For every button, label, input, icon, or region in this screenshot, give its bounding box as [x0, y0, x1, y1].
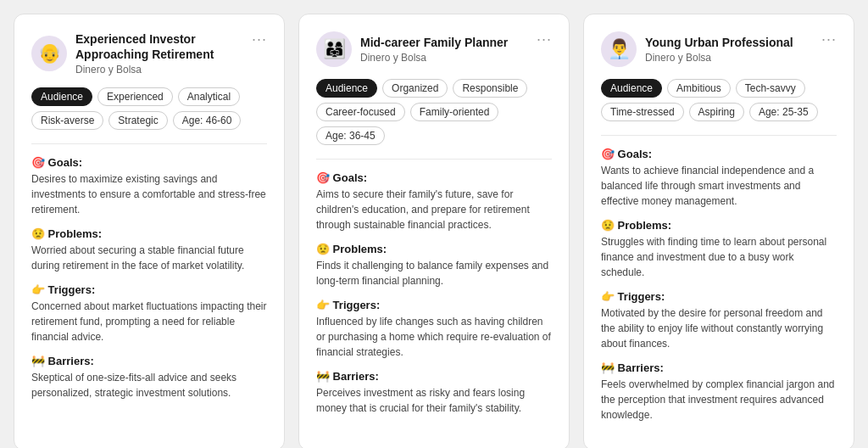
tag-3[interactable]: Career-focused	[316, 103, 405, 121]
section-body: Skeptical of one-size-fits-all advice an…	[31, 370, 267, 400]
tag-5[interactable]: Age: 36-45	[316, 126, 385, 145]
section-0: 🎯 Goals:Wants to achieve financial indep…	[601, 148, 837, 209]
section-body: Wants to achieve financial independence …	[601, 163, 837, 209]
card-header: 👨‍💼Young Urban ProfessionalDinero y Bols…	[601, 31, 837, 67]
section-body: Finds it challenging to balance family e…	[316, 258, 552, 288]
section-body: Aims to secure their family's future, sa…	[316, 187, 552, 232]
tag-3[interactable]: Time-stressed	[601, 103, 684, 121]
card-subtitle: Dinero y Bolsa	[360, 52, 508, 64]
card-title-block: Mid-career Family PlannerDinero y Bolsa	[360, 35, 508, 64]
divider	[31, 143, 267, 144]
section-title: 😟 Problems:	[316, 243, 552, 255]
section-title: 🎯 Goals:	[316, 171, 552, 184]
tag-0[interactable]: Audience	[316, 79, 377, 98]
card-title: Experienced Investor Approaching Retirem…	[75, 31, 252, 62]
section-3: 🚧 Barriers:Feels overwhelmed by complex …	[601, 361, 837, 423]
card-header-left: 👨‍👩‍👧Mid-career Family PlannerDinero y B…	[316, 31, 508, 67]
cards-container: 👴Experienced Investor Approaching Retire…	[14, 14, 854, 448]
tag-2[interactable]: Tech-savvy	[736, 79, 805, 98]
divider	[316, 159, 552, 160]
tag-0[interactable]: Audience	[31, 87, 92, 106]
section-title: 🚧 Barriers:	[316, 370, 552, 383]
card-menu-button[interactable]: ···	[252, 31, 267, 47]
tags-container: AudienceOrganizedResponsibleCareer-focus…	[316, 79, 552, 145]
card-title: Mid-career Family Planner	[360, 35, 508, 50]
section-body: Feels overwhelmed by complex financial j…	[601, 377, 837, 423]
avatar: 👨‍💼	[601, 31, 637, 67]
card-1: 👴Experienced Investor Approaching Retire…	[14, 14, 285, 448]
card-header-left: 👨‍💼Young Urban ProfessionalDinero y Bols…	[601, 31, 793, 67]
tag-1[interactable]: Experienced	[97, 87, 173, 106]
card-subtitle: Dinero y Bolsa	[75, 64, 252, 76]
section-3: 🚧 Barriers:Skeptical of one-size-fits-al…	[31, 355, 267, 400]
section-0: 🎯 Goals:Aims to secure their family's fu…	[316, 171, 552, 232]
tag-2[interactable]: Responsible	[453, 79, 527, 98]
section-body: Worried about securing a stable financia…	[31, 243, 267, 273]
card-menu-button[interactable]: ···	[537, 31, 552, 47]
card-header: 👨‍👩‍👧Mid-career Family PlannerDinero y B…	[316, 31, 552, 67]
tag-4[interactable]: Strategic	[108, 111, 167, 130]
card-header: 👴Experienced Investor Approaching Retire…	[31, 31, 267, 76]
section-title: 😟 Problems:	[601, 219, 837, 232]
section-title: 🎯 Goals:	[31, 156, 267, 169]
section-title: 🚧 Barriers:	[601, 361, 837, 374]
section-body: Desires to maximize existing savings and…	[31, 171, 267, 217]
divider	[601, 135, 837, 136]
avatar: 👴	[31, 36, 67, 71]
section-body: Perceives investment as risky and fears …	[316, 385, 552, 416]
section-2: 👉 Triggers:Concerned about market fluctu…	[31, 283, 267, 344]
tag-5[interactable]: Age: 25-35	[749, 103, 818, 121]
card-3: 👨‍💼Young Urban ProfessionalDinero y Bols…	[583, 14, 854, 448]
tag-3[interactable]: Risk-averse	[31, 111, 103, 130]
section-body: Motivated by the desire for personal fre…	[601, 305, 837, 351]
section-body: Struggles with finding time to learn abo…	[601, 234, 837, 280]
tag-4[interactable]: Family-oriented	[410, 103, 499, 121]
card-menu-button[interactable]: ···	[821, 31, 837, 47]
card-header-left: 👴Experienced Investor Approaching Retire…	[31, 31, 252, 76]
section-title: 👉 Triggers:	[601, 290, 837, 303]
tag-5[interactable]: Age: 46-60	[173, 111, 242, 130]
section-title: 👉 Triggers:	[31, 283, 267, 296]
section-title: 😟 Problems:	[31, 227, 267, 240]
tag-1[interactable]: Ambitious	[667, 79, 731, 98]
tag-2[interactable]: Analytical	[178, 87, 240, 106]
card-subtitle: Dinero y Bolsa	[645, 52, 793, 64]
section-body: Concerned about market fluctuations impa…	[31, 299, 267, 344]
section-title: 🎯 Goals:	[601, 148, 837, 160]
section-title: 👉 Triggers:	[316, 299, 552, 311]
section-1: 😟 Problems:Struggles with finding time t…	[601, 219, 837, 280]
avatar: 👨‍👩‍👧	[316, 31, 352, 67]
card-title-block: Young Urban ProfessionalDinero y Bolsa	[645, 35, 793, 64]
section-1: 😟 Problems:Worried about securing a stab…	[31, 227, 267, 273]
section-body: Influenced by life changes such as havin…	[316, 314, 552, 360]
card-title: Young Urban Professional	[645, 35, 793, 50]
section-2: 👉 Triggers:Influenced by life changes su…	[316, 299, 552, 360]
tag-4[interactable]: Aspiring	[689, 103, 744, 121]
tag-0[interactable]: Audience	[601, 79, 662, 98]
tags-container: AudienceExperiencedAnalyticalRisk-averse…	[31, 87, 267, 130]
tag-1[interactable]: Organized	[382, 79, 448, 98]
section-1: 😟 Problems:Finds it challenging to balan…	[316, 243, 552, 288]
section-3: 🚧 Barriers:Perceives investment as risky…	[316, 370, 552, 416]
tags-container: AudienceAmbitiousTech-savvyTime-stressed…	[601, 79, 837, 121]
section-0: 🎯 Goals:Desires to maximize existing sav…	[31, 156, 267, 217]
section-title: 🚧 Barriers:	[31, 355, 267, 367]
section-2: 👉 Triggers:Motivated by the desire for p…	[601, 290, 837, 351]
card-title-block: Experienced Investor Approaching Retirem…	[75, 31, 252, 76]
card-2: 👨‍👩‍👧Mid-career Family PlannerDinero y B…	[298, 14, 570, 448]
